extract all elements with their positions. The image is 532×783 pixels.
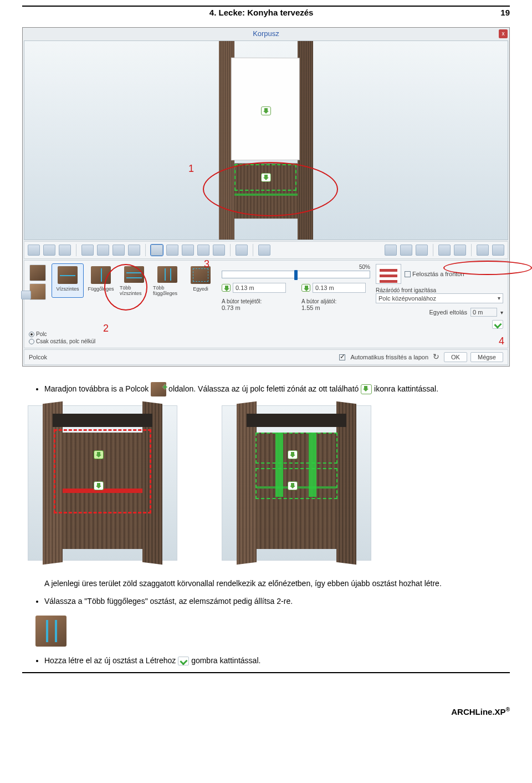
radio-polc-row[interactable]: Polc xyxy=(29,331,503,337)
redo-icon[interactable] xyxy=(454,245,466,256)
radio-csak-osztas-label: Csak osztás, polc nélkül xyxy=(36,338,95,344)
dialog-title: Korpusz xyxy=(23,28,509,39)
dialog-footer: Polcok Automatikus frissítés a lapon OK … xyxy=(24,349,508,365)
radio-polc[interactable] xyxy=(29,332,34,337)
auto-refresh-checkbox[interactable] xyxy=(339,354,345,360)
korpusz-dialog: Korpusz x 1 xyxy=(22,27,510,367)
bullet-3: Hozza létre el az új osztást a Létrehoz … xyxy=(44,654,510,667)
middle-column: 50% 3 0.13 m 0.13 m A bútor xyxy=(222,264,370,311)
cabinet-top xyxy=(53,414,152,427)
panel-icon[interactable] xyxy=(21,291,31,299)
preview-before xyxy=(28,405,177,561)
polcok-add-icon xyxy=(151,382,166,396)
mini-thumb[interactable] xyxy=(29,265,46,281)
zone-download-icon xyxy=(94,450,104,459)
dim-right-field: 0.13 m xyxy=(301,283,370,293)
annotation-ellipse-1 xyxy=(203,162,338,216)
undo-icon[interactable] xyxy=(438,245,451,256)
zone-download-icon[interactable] xyxy=(261,106,271,115)
tool-icon-active[interactable] xyxy=(151,245,163,256)
separator xyxy=(471,244,472,256)
zoom-in-icon[interactable] xyxy=(477,245,489,256)
tool-icon[interactable] xyxy=(112,245,125,256)
tool-icon[interactable] xyxy=(416,245,428,256)
alignment-dropdown[interactable]: Polc középvonalához xyxy=(376,293,503,303)
preview-after xyxy=(222,405,371,561)
tool-icon[interactable] xyxy=(400,245,412,256)
thumb-multi-vertical[interactable]: Több függőleges xyxy=(152,264,183,297)
offset-input[interactable]: 0 m xyxy=(470,308,497,317)
tool-icon[interactable] xyxy=(166,245,178,256)
multi-vertical-large-icon xyxy=(35,616,66,647)
marker-1: 1 xyxy=(188,163,194,175)
tool-icon[interactable] xyxy=(81,245,94,256)
marker-2: 2 xyxy=(103,323,109,334)
download-icon[interactable] xyxy=(222,284,231,292)
preview-images-row xyxy=(28,405,510,561)
refresh-icon[interactable] xyxy=(432,353,441,362)
vertical-selection xyxy=(309,433,316,497)
ok-button[interactable]: OK xyxy=(444,352,467,362)
dim-left-field: 0.13 m xyxy=(222,283,290,293)
front-checkbox[interactable] xyxy=(405,271,411,277)
tool-icon[interactable] xyxy=(213,245,225,256)
separator xyxy=(230,244,231,256)
tool-icon[interactable] xyxy=(236,245,248,256)
dialog-close-button[interactable]: x xyxy=(499,29,508,38)
brand-footer: ARCHLine.XP® xyxy=(22,706,510,716)
zone-download-icon xyxy=(288,450,298,459)
mini-thumb[interactable] xyxy=(29,283,46,300)
preview-viewport[interactable]: 1 xyxy=(24,40,508,240)
cabinet-top xyxy=(247,414,346,427)
bullet-2: Válassza a "Több függőleges" osztást, az… xyxy=(44,595,510,607)
separator xyxy=(253,244,253,256)
top-dist-label: A bútor tetejétől: xyxy=(222,298,290,304)
radio-csak-osztas[interactable] xyxy=(29,339,34,344)
tool-icon[interactable] xyxy=(197,245,209,256)
zone-download-icon xyxy=(288,481,298,490)
page-header: 4. Lecke: Konyha tervezés 19 xyxy=(22,8,510,17)
header-rule xyxy=(22,6,510,7)
front-icon[interactable] xyxy=(376,264,401,284)
eltolas-label: Egyedi eltolás xyxy=(429,309,468,316)
create-check-button[interactable] xyxy=(492,320,503,329)
tool-icon[interactable] xyxy=(385,245,397,256)
tool-icon[interactable] xyxy=(182,245,194,256)
tool-icon[interactable] xyxy=(128,245,140,256)
marker-4: 4 xyxy=(499,335,504,347)
thumb-horizontal[interactable]: Vízszintes xyxy=(52,264,83,297)
zone-download-icon xyxy=(94,481,104,490)
razarodo-label: Rázáródó front igazítása xyxy=(376,287,503,293)
cancel-button[interactable]: Mégse xyxy=(470,352,503,362)
auto-refresh-label: Automatikus frissítés a lapon xyxy=(350,354,428,360)
options-panel: Vízszintes Függőleges Több vízszintes Tö… xyxy=(24,260,508,348)
separator xyxy=(433,244,433,256)
dim-right-input[interactable]: 0.13 m xyxy=(313,283,366,293)
split-slider[interactable] xyxy=(222,271,370,278)
radio-polc-label: Polc xyxy=(36,331,47,337)
slider-handle[interactable] xyxy=(294,270,298,280)
body-text: Maradjon továbbra is a Polcok oldalon. V… xyxy=(22,382,510,667)
red-dashed-outline xyxy=(54,429,151,513)
zoom-fit-icon[interactable] xyxy=(492,245,504,256)
footer-rule xyxy=(22,672,510,673)
page-number: 19 xyxy=(500,8,510,17)
toolbar-main xyxy=(24,241,508,259)
header-title: 4. Lecke: Konyha tervezés xyxy=(209,8,314,17)
dim-left-input[interactable]: 0.13 m xyxy=(233,283,286,293)
marker-3: 3 xyxy=(204,258,209,270)
tool-icon[interactable] xyxy=(97,245,109,256)
zone-download-icon xyxy=(361,384,372,394)
tool-icon[interactable] xyxy=(28,245,40,256)
tool-icon[interactable] xyxy=(59,245,71,256)
tool-icon[interactable] xyxy=(258,245,270,256)
download-icon[interactable] xyxy=(301,284,310,292)
thumb-custom[interactable]: Egyedi xyxy=(185,264,216,297)
top-dist-value: 0.73 m xyxy=(222,304,290,311)
thumb-label: Több függőleges xyxy=(153,285,182,296)
thumb-label: Egyedi xyxy=(193,286,208,292)
vertical-selection xyxy=(275,433,283,497)
tool-icon[interactable] xyxy=(43,245,55,256)
annotation-ellipse-3 xyxy=(443,261,532,275)
radio-csak-osztas-row[interactable]: Csak osztás, polc nélkül xyxy=(29,338,503,344)
